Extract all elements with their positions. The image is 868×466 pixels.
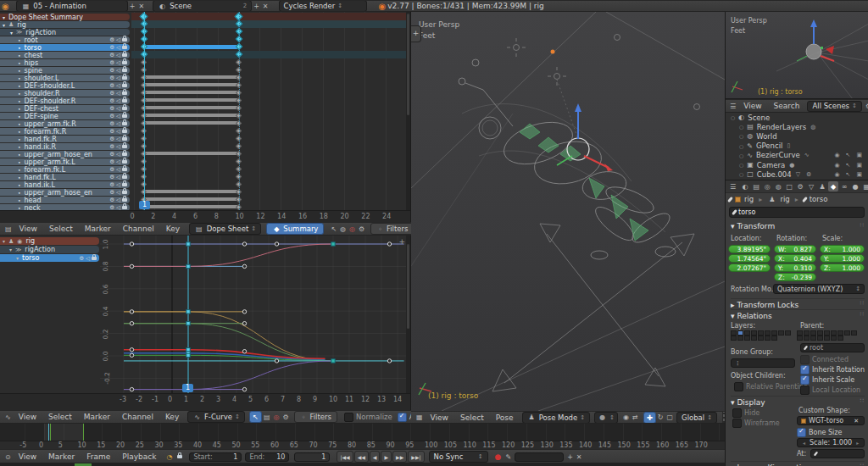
mute-icon[interactable]: ◁ bbox=[116, 52, 120, 58]
parent-field[interactable]: root bbox=[800, 343, 865, 352]
modifier-icon[interactable]: ⚙ bbox=[109, 136, 114, 142]
channel-row-upper-arm-hose-en[interactable]: •upper_arm_hose_en⚙◁ bbox=[0, 189, 130, 196]
fcurve-key[interactable] bbox=[387, 359, 391, 363]
lock-icon[interactable] bbox=[122, 61, 127, 64]
dopesheet-menu-key[interactable]: Key bbox=[160, 225, 186, 233]
channel-row-def-shoulder-r[interactable]: •DEF-shoulder.R⚙◁ bbox=[0, 97, 130, 104]
scale-z-field[interactable]: Z:1.000 bbox=[820, 264, 865, 272]
channel-row-hand-ik-r[interactable]: •hand.ik.R⚙◁ bbox=[0, 143, 130, 150]
channel-dot-icon[interactable]: • bbox=[0, 197, 23, 203]
lock-icon[interactable] bbox=[122, 168, 127, 171]
outliner-item-renderlayers[interactable]: ○▤RenderLayers◍ bbox=[726, 122, 868, 131]
mute-icon[interactable]: ◁ bbox=[116, 97, 120, 104]
lock-icon[interactable] bbox=[122, 84, 127, 87]
scene-close-icon[interactable]: ✕ bbox=[261, 3, 270, 10]
channel-dot-icon[interactable]: • bbox=[0, 106, 23, 112]
fcurve-key[interactable] bbox=[130, 264, 133, 268]
wireframe-checkbox[interactable] bbox=[732, 419, 742, 428]
rotation-x-field[interactable]: X:0.404 bbox=[774, 254, 816, 263]
blender-menu-icon[interactable]: ◉ bbox=[0, 2, 11, 11]
graph-menu-select[interactable]: Select bbox=[42, 413, 78, 421]
dopesheet-menu-marker[interactable]: Marker bbox=[79, 225, 117, 233]
lock-icon[interactable] bbox=[122, 38, 127, 42]
editor-type-icon[interactable]: ∿ bbox=[3, 413, 13, 421]
fcurve-key-selected[interactable] bbox=[186, 264, 190, 268]
clipboard-icon[interactable]: ▤ bbox=[262, 413, 272, 421]
keyframe-bar[interactable] bbox=[144, 91, 239, 94]
lock-icon[interactable] bbox=[122, 76, 127, 80]
mute-icon[interactable]: ◁ bbox=[116, 90, 120, 97]
eye-icon[interactable]: ◉ bbox=[832, 152, 841, 158]
fcurve-key[interactable] bbox=[242, 310, 246, 313]
ds-scrollbar-handle[interactable] bbox=[407, 14, 409, 115]
inherit-scale-toggle[interactable]: Inherit Scale bbox=[800, 375, 854, 385]
expander-icon[interactable]: ○ bbox=[737, 171, 745, 177]
channel-dot-icon[interactable]: • bbox=[0, 114, 23, 119]
lock-icon[interactable] bbox=[122, 107, 127, 110]
fcurve-key[interactable] bbox=[130, 387, 133, 391]
select-restrict-icon[interactable]: ↖ bbox=[844, 171, 853, 178]
wireframe-toggle[interactable]: Wireframe bbox=[732, 419, 780, 428]
keyframe-bar[interactable] bbox=[144, 121, 239, 125]
select-restrict-icon[interactable]: ↖ bbox=[844, 152, 853, 158]
normalize-toggle[interactable]: Normalize bbox=[344, 413, 392, 422]
relative-parenting-toggle[interactable]: Relative Parenting bbox=[734, 382, 808, 391]
clear-icon[interactable]: ✕ bbox=[852, 418, 860, 424]
modifier-icon[interactable]: ⚙ bbox=[109, 105, 114, 112]
at-bone-field[interactable] bbox=[810, 449, 865, 458]
channel-row-spine[interactable]: •spine⚙◁ bbox=[0, 67, 130, 74]
layer-cell[interactable] bbox=[765, 336, 771, 341]
layout-add-icon[interactable]: + bbox=[128, 3, 137, 10]
modifier-icon[interactable]: ⚙ bbox=[109, 120, 114, 127]
channel-row-shoulder-l[interactable]: •shoulder.L⚙◁ bbox=[0, 75, 130, 81]
fcurve-key[interactable] bbox=[130, 310, 133, 313]
sync-mode-selector[interactable]: No Sync↕ bbox=[429, 451, 488, 463]
keyframe-bar[interactable] bbox=[144, 83, 239, 86]
timeline-menu-frame[interactable]: Frame bbox=[81, 452, 116, 461]
channel-row-shoulder-r[interactable]: •shoulder.R⚙◁ bbox=[0, 90, 130, 97]
graph-current-frame-badge[interactable]: 1 bbox=[182, 384, 193, 392]
orientation-selector[interactable]: Global↕ bbox=[676, 412, 717, 424]
channel-dot-icon[interactable]: • bbox=[0, 53, 23, 58]
mute-icon[interactable]: ◁ bbox=[116, 113, 120, 119]
render-engine-selector[interactable]: Cycles Render ↕ bbox=[279, 0, 367, 12]
rotation-mode-selector[interactable]: Quaternion (WXYZ)↕ bbox=[773, 284, 865, 294]
ghost-icon[interactable]: ◍ bbox=[338, 225, 348, 233]
mute-icon[interactable]: ◁ bbox=[116, 75, 120, 81]
local-location-toggle[interactable]: Local Location bbox=[800, 386, 860, 395]
layer-cell[interactable] bbox=[744, 336, 750, 341]
ds-ruler[interactable] bbox=[0, 210, 411, 222]
modifier-icon[interactable]: ⚙ bbox=[79, 255, 84, 262]
channel-dot-icon[interactable]: • bbox=[0, 75, 23, 81]
mute-icon[interactable]: ◁ bbox=[116, 189, 120, 196]
eye-icon[interactable]: ◉ bbox=[15, 238, 24, 245]
snap-target-icon[interactable]: ◎ bbox=[348, 225, 357, 233]
current-frame-line[interactable] bbox=[144, 12, 145, 212]
current-frame-badge[interactable]: 1 bbox=[139, 201, 150, 209]
modifier-icon[interactable]: ⚙ bbox=[109, 97, 114, 104]
editor-type-icon[interactable]: ☰ bbox=[728, 103, 737, 110]
fcurve-key-selected[interactable] bbox=[186, 242, 190, 246]
fcurve-key[interactable] bbox=[242, 264, 246, 268]
fcurve-key-selected[interactable] bbox=[186, 322, 190, 325]
fcurve-quat-z[interactable] bbox=[124, 361, 333, 390]
mute-icon[interactable]: ◁ bbox=[116, 120, 120, 127]
bone-name-field[interactable]: torso bbox=[729, 207, 865, 218]
bone-layers-grid[interactable] bbox=[731, 330, 793, 341]
pivot-center-icon[interactable]: ◉ bbox=[621, 413, 631, 421]
search-filter-icon[interactable]: ⚙ bbox=[864, 103, 868, 110]
layer-cell[interactable] bbox=[785, 330, 791, 336]
cursor-tool-icon[interactable]: ↖ bbox=[329, 225, 338, 233]
tab-texture[interactable]: ▦ bbox=[861, 181, 868, 191]
mute-icon[interactable]: ◁ bbox=[116, 166, 120, 173]
outliner-item-cube-004[interactable]: ○□Cube.004▽⚙◉↖▣ bbox=[726, 169, 868, 179]
layout-selector[interactable]: ▦ 05 - Animation bbox=[16, 0, 128, 12]
expander-icon[interactable]: ○ bbox=[737, 143, 745, 149]
prev-keyframe-button[interactable]: ◀◀ bbox=[354, 451, 369, 463]
editor-type-icon[interactable]: ▤ bbox=[3, 225, 14, 233]
layer-cell[interactable] bbox=[758, 336, 764, 341]
manipulator-rotate-icon[interactable]: ↻ bbox=[656, 413, 665, 421]
graph-menu-marker[interactable]: Marker bbox=[78, 413, 116, 421]
filters-button[interactable]: ◦Filters bbox=[294, 411, 337, 423]
keying-set-field[interactable] bbox=[515, 452, 564, 462]
